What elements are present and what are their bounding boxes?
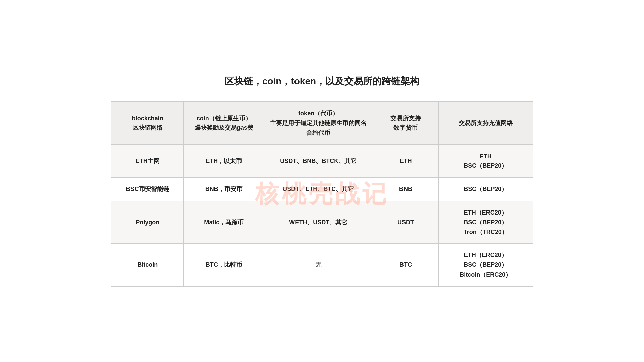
cell-blockchain-3: Bitcoin <box>111 244 184 287</box>
table-row: PolygonMatic，马蹄币WETH、USDT、其它USDTETH（ERC2… <box>111 201 533 244</box>
table-wrapper: 核桃壳战记 blockchain 区块链网络 coin（链上原生币） 爆块奖励及… <box>111 101 533 287</box>
header-exchange-coin: 交易所支持 数字货币 <box>373 102 438 144</box>
cell-exchange_coin-2: USDT <box>373 201 438 244</box>
cell-exchange_coin-1: BNB <box>373 178 438 201</box>
header-token-line1: token（代币） <box>298 110 338 117</box>
header-exchange-network-line1: 交易所支持充值网络 <box>459 120 513 126</box>
cell-coin-0: ETH，以太币 <box>184 144 264 178</box>
header-exchange-network: 交易所支持充值网络 <box>438 102 533 144</box>
cell-token-0: USDT、BNB、BTCK、其它 <box>264 144 373 178</box>
header-exchange-coin-line2: 数字货币 <box>393 124 418 131</box>
header-blockchain: blockchain 区块链网络 <box>111 102 184 144</box>
cell-coin-3: BTC，比特币 <box>184 244 264 287</box>
cell-exchange_network-0: ETHBSC（BEP20） <box>438 144 533 178</box>
cell-exchange_network-3: ETH（ERC20）BSC（BEP20）Bitcoin（ERC20） <box>438 244 533 287</box>
cell-coin-2: Matic，马蹄币 <box>184 201 264 244</box>
cell-token-1: USDT、ETH、BTC、其它 <box>264 178 373 201</box>
cell-token-3: 无 <box>264 244 373 287</box>
table-row: ETH主网ETH，以太币USDT、BNB、BTCK、其它ETHETHBSC（BE… <box>111 144 533 178</box>
header-coin-line2: 爆块奖励及交易gas费 <box>195 124 253 131</box>
cell-blockchain-1: BSC币安智能链 <box>111 178 184 201</box>
header-token-line2: 主要是用于锚定其他链原生币的同名合约代币 <box>270 120 367 136</box>
blockchain-table: blockchain 区块链网络 coin（链上原生币） 爆块奖励及交易gas费… <box>111 101 533 287</box>
table-header-row: blockchain 区块链网络 coin（链上原生币） 爆块奖励及交易gas费… <box>111 102 533 144</box>
table-row: BSC币安智能链BNB，币安币USDT、ETH、BTC、其它BNBBSC（BEP… <box>111 178 533 201</box>
header-coin-line1: coin（链上原生币） <box>197 115 251 122</box>
cell-blockchain-2: Polygon <box>111 201 184 244</box>
page-title: 区块链，coin，token，以及交易所的跨链架构 <box>225 75 419 88</box>
cell-exchange_coin-3: BTC <box>373 244 438 287</box>
cell-coin-1: BNB，币安币 <box>184 178 264 201</box>
header-blockchain-line2: 区块链网络 <box>132 124 163 131</box>
cell-exchange_network-2: ETH（ERC20）BSC（BEP20）Tron（TRC20） <box>438 201 533 244</box>
table-body: ETH主网ETH，以太币USDT、BNB、BTCK、其它ETHETHBSC（BE… <box>111 144 533 287</box>
header-token: token（代币） 主要是用于锚定其他链原生币的同名合约代币 <box>264 102 373 144</box>
header-coin: coin（链上原生币） 爆块奖励及交易gas费 <box>184 102 264 144</box>
cell-blockchain-0: ETH主网 <box>111 144 184 178</box>
header-exchange-coin-line1: 交易所支持 <box>390 115 421 122</box>
cell-exchange_coin-0: ETH <box>373 144 438 178</box>
header-blockchain-line1: blockchain <box>132 115 163 122</box>
table-row: BitcoinBTC，比特币无BTCETH（ERC20）BSC（BEP20）Bi… <box>111 244 533 287</box>
cell-exchange_network-1: BSC（BEP20） <box>438 178 533 201</box>
cell-token-2: WETH、USDT、其它 <box>264 201 373 244</box>
